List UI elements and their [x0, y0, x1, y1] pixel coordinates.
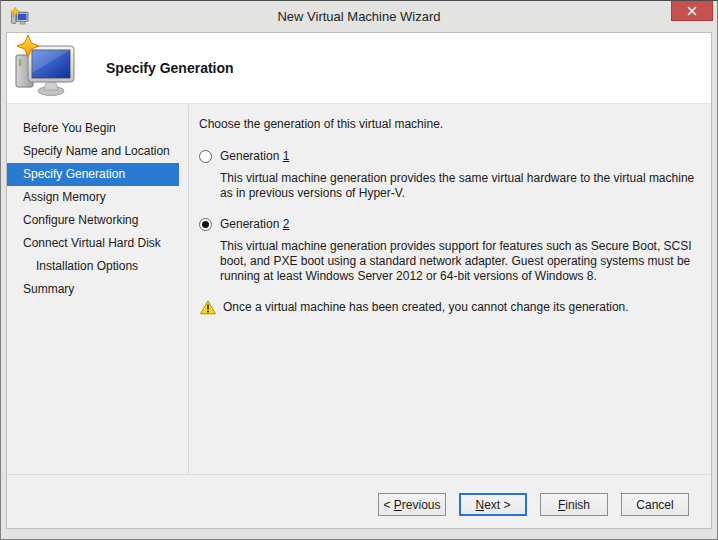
sidebar-item-before-you-begin[interactable]: Before You Begin	[7, 117, 179, 140]
next-button[interactable]: Next >	[459, 493, 527, 516]
warning-icon	[200, 300, 216, 315]
generation-2-description: This virtual machine generation provides…	[220, 239, 701, 284]
wizard-header-icon	[13, 35, 79, 101]
generation-2-label[interactable]: Generation 2	[220, 217, 289, 232]
close-button[interactable]	[671, 1, 713, 21]
generation-1-description: This virtual machine generation provides…	[220, 171, 701, 201]
generation-warning: Once a virtual machine has been created,…	[199, 300, 701, 315]
wizard-body: Before You Begin Specify Name and Locati…	[7, 105, 711, 474]
client-area: Specify Generation Before You Begin Spec…	[6, 32, 712, 529]
wizard-page-content: Choose the generation of this virtual ma…	[190, 105, 711, 474]
finish-button[interactable]: Finish	[540, 493, 608, 516]
generation-1-radio[interactable]	[199, 150, 212, 163]
window-title: New Virtual Machine Wizard	[61, 9, 657, 24]
generation-2-radio[interactable]	[199, 218, 212, 231]
footer-separator	[7, 474, 711, 475]
sidebar-item-assign-memory[interactable]: Assign Memory	[7, 186, 179, 209]
previous-button[interactable]: < Previous	[378, 493, 446, 516]
titlebar: New Virtual Machine Wizard	[1, 1, 717, 32]
cancel-button[interactable]: Cancel	[621, 493, 689, 516]
sidebar-item-connect-virtual-hard-disk[interactable]: Connect Virtual Hard Disk	[7, 232, 179, 255]
footer-buttons: < Previous Next > Finish Cancel	[7, 493, 711, 516]
wizard-window: New Virtual Machine Wizard	[0, 0, 718, 540]
sidebar-item-configure-networking[interactable]: Configure Networking	[7, 209, 179, 232]
sidebar-item-installation-options[interactable]: Installation Options	[7, 255, 179, 278]
warning-text: Once a virtual machine has been created,…	[223, 300, 629, 315]
generation-2-option: Generation 2 This virtual machine genera…	[199, 217, 701, 284]
wizard-sidebar: Before You Begin Specify Name and Locati…	[7, 105, 189, 474]
instruction-text: Choose the generation of this virtual ma…	[199, 117, 701, 132]
sidebar-item-specify-generation[interactable]: Specify Generation	[7, 163, 179, 186]
sidebar-item-specify-name-and-location[interactable]: Specify Name and Location	[7, 140, 179, 163]
close-icon	[687, 6, 697, 16]
page-title: Specify Generation	[106, 60, 234, 76]
generation-1-label[interactable]: Generation 1	[220, 149, 289, 164]
generation-1-option: Generation 1 This virtual machine genera…	[199, 149, 701, 201]
wizard-header: Specify Generation	[7, 33, 711, 104]
sidebar-item-summary[interactable]: Summary	[7, 278, 179, 301]
new-vm-icon	[10, 7, 29, 26]
